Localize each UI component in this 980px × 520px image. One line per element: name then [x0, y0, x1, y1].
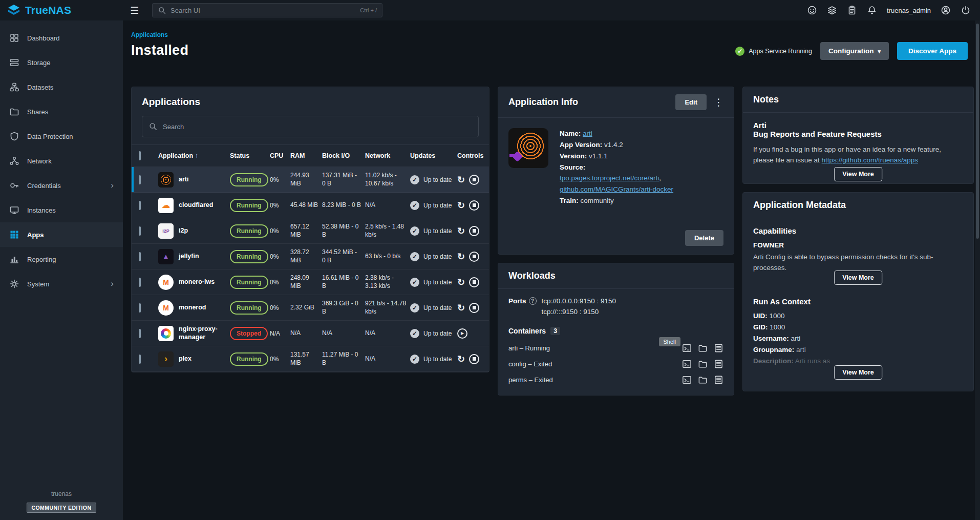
kebab-menu-icon[interactable]: ⋮ [714, 96, 723, 108]
table-row-i2p[interactable]: I2Pi2p Running 0% 657.12 MiB 52.38 MiB -… [132, 218, 489, 244]
column-ram: RAM [290, 152, 322, 159]
sidebar-item-apps[interactable]: Apps [0, 222, 123, 247]
select-all-checkbox[interactable] [139, 151, 141, 160]
stop-button[interactable] [469, 252, 479, 262]
issues-link[interactable]: https://github.com/truenas/apps [822, 156, 918, 164]
sidebar-item-storage[interactable]: Storage [0, 50, 123, 75]
storage-icon [9, 57, 19, 68]
column-network: Network [365, 152, 410, 159]
table-row-jellyfin[interactable]: ▲jellyfin Running 0% 328.72 MiB 344.52 M… [132, 244, 489, 269]
sidebar-item-shares[interactable]: Shares [0, 99, 123, 124]
page-scrollbar[interactable] [975, 20, 980, 520]
logo-text: TrueNAS [25, 4, 71, 16]
browse-files-icon[interactable] [698, 343, 708, 353]
shell-icon[interactable] [682, 343, 692, 353]
sidebar-toggle-button[interactable]: ☰ [130, 5, 139, 16]
edit-button[interactable]: Edit [675, 94, 707, 110]
row-checkbox[interactable] [139, 252, 141, 261]
up-to-date-icon: ✓ [410, 175, 419, 184]
sidebar-label: Storage [27, 59, 51, 67]
discover-apps-button[interactable]: Discover Apps [897, 42, 968, 60]
scrollbar-thumb[interactable] [976, 24, 979, 239]
browse-files-icon[interactable] [698, 375, 708, 385]
table-search[interactable] [142, 116, 479, 137]
alerts-bell-icon[interactable] [867, 5, 877, 15]
power-icon[interactable] [961, 5, 971, 15]
table-row-plex[interactable]: ›plex Running 0% 131.57 MiB 11.27 MiB - … [132, 346, 489, 372]
arti-app-icon [158, 172, 174, 188]
sidebar-label: Instances [27, 206, 56, 214]
source-link-2[interactable]: github.com/MAGICGrants/arti-docker [560, 185, 673, 193]
view-logs-icon[interactable] [714, 375, 723, 385]
row-checkbox[interactable] [139, 329, 141, 338]
stop-button[interactable] [469, 354, 479, 364]
shell-icon[interactable] [682, 359, 692, 369]
run-as-view-more-button[interactable]: View More [834, 365, 882, 380]
user-avatar-icon[interactable] [941, 5, 951, 15]
table-search-input[interactable] [163, 123, 472, 131]
view-logs-icon[interactable] [714, 359, 723, 369]
breadcrumb[interactable]: Applications [131, 31, 168, 38]
view-logs-icon[interactable] [714, 343, 723, 353]
status-badge: Running [230, 352, 268, 366]
table-row-arti[interactable]: arti Running 0% 244.93 MiB 137.31 MiB - … [132, 167, 489, 193]
row-checkbox[interactable] [139, 175, 141, 184]
truenas-logo[interactable]: TrueNAS [0, 4, 123, 17]
row-checkbox[interactable] [139, 278, 141, 287]
sidebar-item-datasets[interactable]: Datasets [0, 75, 123, 99]
delete-button[interactable]: Delete [685, 230, 723, 246]
capabilities-view-more-button[interactable]: View More [834, 271, 882, 285]
jobs-clipboard-icon[interactable] [847, 5, 857, 15]
sidebar-item-dashboard[interactable]: Dashboard [0, 26, 123, 50]
configuration-button[interactable]: Configuration▾ [820, 42, 889, 60]
restart-button[interactable]: ↻ [457, 174, 465, 185]
restart-button[interactable]: ↻ [457, 200, 465, 211]
row-checkbox[interactable] [139, 355, 141, 364]
stop-button[interactable] [469, 200, 479, 211]
table-row-monerod[interactable]: Mmonerod Running 0% 2.32 GiB 369.3 GiB -… [132, 295, 489, 321]
stacks-icon[interactable] [827, 5, 837, 15]
sidebar-item-credentials[interactable]: Credentials › [0, 173, 123, 198]
app-name-link[interactable]: arti [583, 130, 592, 137]
status-badge: Running [230, 250, 268, 263]
source-link-1[interactable]: tpo.pages.torproject.net/core/arti [560, 174, 659, 182]
logged-in-username[interactable]: truenas_admin [887, 7, 931, 14]
table-row-nginx-proxy-manager[interactable]: nginx-proxy-manager Stopped N/A N/A N/A … [132, 321, 489, 346]
restart-button[interactable]: ↻ [457, 302, 465, 314]
notes-view-more-button[interactable]: View More [834, 167, 882, 181]
uid-field: UID: 1000 [753, 312, 963, 320]
browse-files-icon[interactable] [698, 359, 708, 369]
restart-button[interactable]: ↻ [457, 225, 465, 237]
global-search[interactable]: Ctrl + / [152, 3, 382, 17]
stop-button[interactable] [469, 277, 479, 287]
table-row-cloudflared[interactable]: ☁cloudflared Running 0% 45.48 MiB 8.23 M… [132, 193, 489, 218]
feedback-smiley-icon[interactable] [807, 5, 817, 15]
shell-icon[interactable] [682, 375, 692, 385]
row-checkbox[interactable] [139, 201, 141, 210]
sidebar-item-reporting[interactable]: Reporting [0, 247, 123, 272]
truenas-logo-icon [7, 4, 20, 17]
sidebar-footer: truenas COMMUNITY EDITION [0, 490, 123, 513]
column-application[interactable]: Application↑ [158, 152, 230, 159]
containers-heading: Containers 3 [508, 327, 723, 335]
ports-help-icon[interactable]: ? [529, 297, 537, 305]
restart-button[interactable]: ↻ [457, 353, 465, 365]
row-checkbox[interactable] [139, 226, 141, 236]
sidebar-item-instances[interactable]: Instances [0, 198, 123, 222]
table-row-monero-lws[interactable]: Mmonero-lws Running 0% 248.09 MiB 16.61 … [132, 269, 489, 295]
stop-button[interactable] [469, 303, 479, 313]
stop-button[interactable] [469, 226, 479, 236]
sidebar-item-system[interactable]: System › [0, 272, 123, 296]
restart-button[interactable]: ↻ [457, 251, 465, 262]
sidebar-item-data-protection[interactable]: Data Protection [0, 124, 123, 149]
restart-button[interactable]: ↻ [457, 277, 465, 288]
start-button[interactable]: ▶ [457, 328, 467, 339]
workloads-title: Workloads [508, 271, 556, 281]
sidebar-item-network[interactable]: Network [0, 149, 123, 173]
stop-button[interactable] [469, 175, 479, 185]
global-search-input[interactable] [171, 7, 356, 14]
notes-body-text: If you find a bug in this app or have an… [753, 144, 963, 166]
row-checkbox[interactable] [139, 303, 141, 313]
container-row-perms: perms – Exited [508, 372, 723, 388]
notes-app-heading: Arti [753, 121, 963, 130]
